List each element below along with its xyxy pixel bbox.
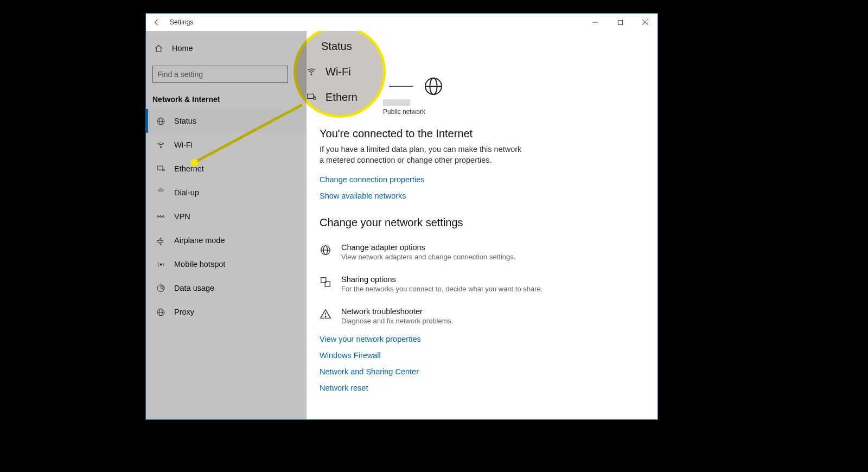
link-windows-firewall[interactable]: Windows Firewall <box>320 351 658 360</box>
option-icon <box>320 275 331 293</box>
search-wrapper <box>146 59 307 83</box>
search-input[interactable] <box>152 66 288 83</box>
sidebar-item-mobile-hotspot[interactable]: Mobile hotspot <box>146 252 307 276</box>
sidebar-item-ethernet[interactable]: Ethernet <box>146 157 307 181</box>
annotation-dot <box>190 159 198 167</box>
link-view-your-network-properties[interactable]: View your network properties <box>320 335 658 343</box>
window-title: Settings <box>168 18 193 26</box>
svg-point-10 <box>157 216 158 218</box>
sidebar-item-vpn[interactable]: VPN <box>146 205 307 228</box>
data-icon <box>156 284 165 293</box>
svg-point-30 <box>325 316 326 317</box>
sidebar-item-wi-fi[interactable]: Wi-Fi <box>146 133 307 157</box>
maximize-button[interactable] <box>608 14 633 31</box>
option-network-troubleshooter[interactable]: Network troubleshooterDiagnose and fix n… <box>320 307 575 325</box>
svg-point-31 <box>311 74 312 75</box>
sidebar-item-label: Proxy <box>174 308 194 316</box>
back-button[interactable] <box>146 14 168 31</box>
callout-row-label: Status <box>321 40 352 53</box>
titlebar: Settings <box>146 14 658 31</box>
svg-point-7 <box>160 147 161 148</box>
network-name-redacted <box>383 99 410 106</box>
svg-rect-1 <box>618 20 622 24</box>
window-controls <box>583 14 658 31</box>
wifi-icon <box>156 141 165 150</box>
option-title: Sharing options <box>341 275 542 284</box>
option-sharing-options[interactable]: Sharing optionsFor the networks you conn… <box>320 275 575 293</box>
ethernet-icon <box>306 93 318 101</box>
sidebar-item-label: Airplane mode <box>174 236 225 245</box>
sidebar-category: Network & Internet <box>146 83 307 109</box>
svg-rect-32 <box>308 94 314 98</box>
close-button[interactable] <box>633 14 658 31</box>
home-icon <box>154 44 163 53</box>
option-icon <box>320 307 331 325</box>
airplane-icon <box>156 236 165 245</box>
sidebar-home-label: Home <box>172 44 193 53</box>
sidebar-item-label: Wi-Fi <box>174 141 193 149</box>
svg-point-12 <box>163 216 164 218</box>
dash-icon <box>389 86 413 87</box>
callout-row-label: Ethern <box>326 91 358 104</box>
connected-body: If you have a limited data plan, you can… <box>320 144 526 165</box>
option-title: Network troubleshooter <box>341 307 454 316</box>
sidebar-item-label: Dial-up <box>174 188 199 197</box>
sidebar-item-label: Data usage <box>174 284 214 292</box>
sidebar-item-label: Ethernet <box>174 164 204 173</box>
sidebar: Home Network & Internet StatusWi-FiEther… <box>146 31 307 419</box>
link-show-available-networks[interactable]: Show available networks <box>320 192 658 200</box>
content-area: Home Network & Internet StatusWi-FiEther… <box>146 31 658 419</box>
network-options-list: Change adapter optionsView network adapt… <box>320 243 658 325</box>
sidebar-item-status[interactable]: Status <box>146 109 307 133</box>
option-title: Change adapter options <box>341 243 515 252</box>
option-desc: Diagnose and fix network problems. <box>341 317 454 325</box>
sidebar-item-airplane-mode[interactable]: Airplane mode <box>146 228 307 252</box>
option-desc: For the networks you connect to, decide … <box>341 285 542 293</box>
connected-heading: You're connected to the Internet <box>320 127 658 140</box>
svg-rect-9 <box>163 169 164 171</box>
sidebar-item-label: Status <box>174 117 196 125</box>
ethernet-icon <box>156 165 165 173</box>
sidebar-item-label: Mobile hotspot <box>174 260 225 269</box>
sidebar-item-proxy[interactable]: Proxy <box>146 300 307 324</box>
dialup-icon <box>156 188 165 197</box>
svg-point-11 <box>160 216 162 218</box>
minimize-button[interactable] <box>583 14 608 31</box>
link-network-reset[interactable]: Network reset <box>320 384 658 392</box>
option-icon <box>320 243 331 261</box>
sidebar-home[interactable]: Home <box>146 37 307 59</box>
globe-icon <box>423 75 444 97</box>
sidebar-item-data-usage[interactable]: Data usage <box>146 276 307 300</box>
sidebar-item-label: VPN <box>174 212 190 221</box>
svg-rect-8 <box>157 166 163 170</box>
option-change-adapter-options[interactable]: Change adapter optionsView network adapt… <box>320 243 575 261</box>
link-network-and-sharing-center[interactable]: Network and Sharing Center <box>320 367 658 376</box>
svg-rect-33 <box>314 98 315 99</box>
sidebar-nav-list: StatusWi-FiEthernetDial-upVPNAirplane mo… <box>146 109 307 324</box>
settings-window: Settings Home Network & Inte <box>145 13 658 420</box>
more-links-list: View your network propertiesWindows Fire… <box>320 335 658 392</box>
proxy-icon <box>156 308 165 317</box>
svg-point-15 <box>160 264 162 265</box>
status-icon <box>156 117 165 126</box>
change-network-settings-heading: Change your network settings <box>320 216 658 229</box>
network-type-label: Public network <box>376 108 658 116</box>
vpn-icon <box>156 213 165 220</box>
callout-row-label: Wi-Fi <box>326 66 351 78</box>
option-desc: View network adapters and change connect… <box>341 253 515 261</box>
wifi-icon <box>306 66 318 77</box>
sidebar-item-dial-up[interactable]: Dial-up <box>146 181 307 205</box>
link-change-connection-properties[interactable]: Change connection properties <box>320 175 658 184</box>
hotspot-icon <box>156 260 165 269</box>
